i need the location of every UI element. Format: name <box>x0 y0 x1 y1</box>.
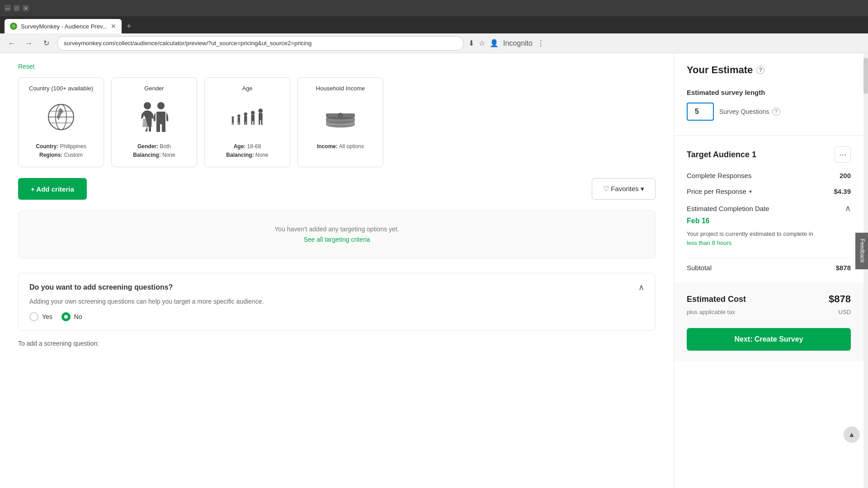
window-controls: — □ ✕ <box>5 5 29 11</box>
completion-time-link[interactable]: less than 8 hours <box>687 239 731 246</box>
svg-rect-21 <box>246 122 247 125</box>
price-per-response-label: Price per Response ▾ <box>687 188 752 195</box>
subtotal-label: Subtotal <box>687 264 712 272</box>
url-input[interactable]: surveymonkey.com/collect/audience/calcul… <box>57 36 464 51</box>
reset-link[interactable]: Reset <box>18 63 35 70</box>
svg-rect-9 <box>162 124 165 132</box>
star-icon[interactable]: ☆ <box>479 39 485 47</box>
complete-responses-row: Complete Responses 200 <box>687 172 851 179</box>
radio-no[interactable]: No <box>61 312 82 321</box>
minimize-button[interactable]: — <box>5 5 11 11</box>
svg-point-26 <box>259 108 263 113</box>
scroll-to-top-button[interactable]: ▲ <box>844 427 860 443</box>
radio-yes-circle <box>29 312 38 321</box>
url-text: surveymonkey.com/collect/audience/calcul… <box>64 40 311 47</box>
gender-card[interactable]: Gender <box>111 77 197 167</box>
income-card[interactable]: Household Income <box>297 77 383 167</box>
feedback-tab[interactable]: Feedback <box>856 233 868 269</box>
tab-title: SurveyMonkey - Audience Prev... <box>21 23 107 30</box>
reload-button[interactable]: ↻ <box>40 37 52 50</box>
targeting-notice-text: You haven't added any targeting options … <box>33 225 641 233</box>
svg-rect-7 <box>156 112 165 124</box>
gender-card-title: Gender <box>144 85 164 92</box>
income-card-title: Household Income <box>316 85 365 92</box>
svg-point-10 <box>231 116 234 118</box>
collapse-arrow-icon[interactable]: ∧ <box>845 203 851 213</box>
page-content: Reset Country (100+ available) <box>0 53 868 488</box>
active-tab[interactable]: S SurveyMonkey - Audience Prev... ✕ <box>5 19 122 33</box>
price-per-response-value: $4.39 <box>834 188 851 195</box>
svg-rect-19 <box>244 116 247 122</box>
country-card[interactable]: Country (100+ available) <box>18 77 104 167</box>
complete-responses-value: 200 <box>840 172 851 179</box>
radio-no-label: No <box>74 313 82 320</box>
country-card-detail: Country: Philippines Regions: Custom <box>36 142 86 160</box>
gender-icon <box>136 99 172 135</box>
estimate-title-text: Your Estimate <box>687 64 753 76</box>
chevron-up-icon[interactable]: ∧ <box>638 282 644 292</box>
estimate-help-icon[interactable]: ? <box>756 66 764 74</box>
title-bar: — □ ✕ <box>0 0 868 16</box>
back-button[interactable]: ← <box>5 37 18 50</box>
completion-date-value: Feb 16 <box>687 217 851 225</box>
radio-no-circle <box>61 312 71 321</box>
completion-date-label: Estimated Completion Date <box>687 205 769 212</box>
svg-rect-11 <box>232 119 234 123</box>
to-add-text: To add a screening question: <box>18 340 656 347</box>
gender-value: Both <box>160 143 171 150</box>
audience-options-button[interactable]: ⋯ <box>835 146 851 163</box>
svg-text:$: $ <box>340 114 341 117</box>
tab-close-button[interactable]: ✕ <box>111 23 116 30</box>
age-balancing-value: None <box>255 152 269 158</box>
survey-questions-help-icon[interactable]: ? <box>772 108 780 116</box>
age-card-title: Age <box>242 85 252 92</box>
svg-rect-12 <box>232 122 233 125</box>
forward-button[interactable]: → <box>23 37 35 50</box>
svg-rect-13 <box>233 122 234 125</box>
add-criteria-button[interactable]: + Add criteria <box>18 178 87 200</box>
svg-point-6 <box>157 102 165 109</box>
radio-yes-label: Yes <box>42 313 52 320</box>
regions-label: Regions: <box>39 152 62 158</box>
svg-rect-15 <box>238 117 240 122</box>
svg-point-18 <box>244 113 247 116</box>
survey-questions-label-row: Survey Questions ? <box>719 108 780 116</box>
scrollbar-thumb[interactable] <box>863 58 868 94</box>
radio-yes[interactable]: Yes <box>29 312 52 321</box>
maximize-button[interactable]: □ <box>14 5 20 11</box>
new-tab-button[interactable]: + <box>122 19 136 33</box>
scrollbar-track[interactable] <box>863 53 868 488</box>
buttons-row: + Add criteria ♡ Favorites ▾ <box>18 178 656 200</box>
svg-rect-28 <box>259 120 260 125</box>
svg-rect-23 <box>251 115 255 121</box>
favorites-button[interactable]: ♡ Favorites ▾ <box>592 178 656 200</box>
price-dropdown-arrow[interactable]: ▾ <box>749 188 752 195</box>
audience-header: Target Audience 1 ⋯ <box>687 146 851 163</box>
usd-note: USD <box>839 309 851 315</box>
completion-date-section: Estimated Completion Date ∧ Feb 16 Your … <box>687 203 851 247</box>
svg-rect-24 <box>251 121 253 125</box>
subtotal-value: $878 <box>836 264 851 272</box>
survey-length-input-row: Survey Questions ? <box>687 103 851 121</box>
menu-icon[interactable]: ⋮ <box>537 39 544 47</box>
age-icon <box>229 99 265 135</box>
age-card-detail: Age: 18-68 Balancing: None <box>226 142 268 160</box>
subtotal-row: Subtotal $878 <box>687 258 851 272</box>
targeting-link[interactable]: See all targeting criteria <box>303 236 370 243</box>
close-button[interactable]: ✕ <box>23 5 29 11</box>
divider <box>674 135 863 136</box>
survey-questions-input[interactable] <box>687 103 714 121</box>
create-survey-button[interactable]: Next: Create Survey <box>687 328 851 351</box>
age-card[interactable]: Age <box>204 77 290 167</box>
audience-title: Target Audience 1 <box>687 150 756 160</box>
country-value: Philippines <box>60 143 86 150</box>
profile-icon[interactable]: 👤 <box>490 39 499 47</box>
estimate-sidebar: Your Estimate ? Estimated survey length … <box>674 53 863 488</box>
svg-point-22 <box>251 111 255 115</box>
tab-bar: S SurveyMonkey - Audience Prev... ✕ + <box>0 16 868 33</box>
country-label: Country: <box>36 143 58 150</box>
targeting-notice: You haven't added any targeting options … <box>18 211 656 258</box>
address-bar: ← → ↻ surveymonkey.com/collect/audience/… <box>0 33 868 53</box>
gender-card-detail: Gender: Both Balancing: None <box>133 142 175 160</box>
svg-rect-8 <box>156 124 160 132</box>
